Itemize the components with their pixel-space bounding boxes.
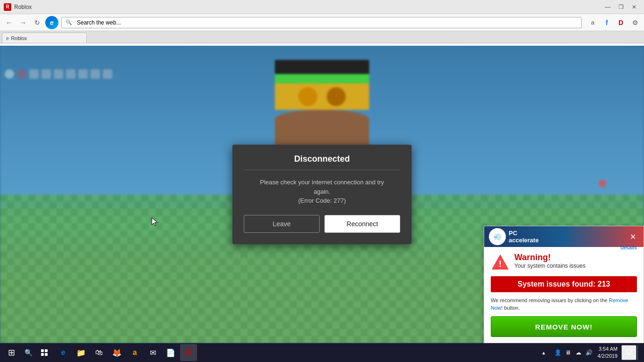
back-button[interactable]: ← xyxy=(3,16,15,29)
svg-rect-3 xyxy=(45,349,48,352)
maximize-button[interactable]: ❐ xyxy=(615,2,627,12)
d-toolbar-icon[interactable]: D xyxy=(615,16,627,29)
popup-content: ! Warning! Your system contains issues d… xyxy=(484,247,644,343)
address-bar[interactable]: 🔍 xyxy=(61,17,582,28)
modal-buttons: Leave Reconnect xyxy=(244,215,400,233)
reconnect-button[interactable]: Reconnect xyxy=(324,215,400,233)
taskbar-explorer-icon[interactable]: 📁 xyxy=(73,344,90,361)
tray-network-icon[interactable]: 🖥 xyxy=(563,348,573,357)
window-title: Roblox xyxy=(14,4,602,10)
taskbar-mail-icon[interactable]: ✉ xyxy=(144,344,161,361)
system-tray: ▲ 👤 🖥 ☁ 🔊 3:54 AM 4/2/2019 🗨 xyxy=(535,344,642,361)
ie-logo-icon: e xyxy=(45,16,58,29)
system-clock[interactable]: 3:54 AM 4/2/2019 xyxy=(594,346,620,360)
facebook-toolbar-icon[interactable]: f xyxy=(601,16,613,29)
modal-body-line3: (Error Code: 277) xyxy=(298,197,346,204)
popup-warning-row: ! Warning! Your system contains issues d… xyxy=(491,253,637,272)
browser-chrome: R Roblox — ❐ ✕ ← → ↻ e 🔍 a f D ⚙ xyxy=(0,0,644,43)
pc-accelerate-popup: 💨 PC accelerate ✕ ! Warning! Your system… xyxy=(484,226,644,343)
tray-volume-icon[interactable]: 🔊 xyxy=(584,348,594,357)
taskbar-amazon-icon[interactable]: a xyxy=(126,344,143,361)
address-input[interactable] xyxy=(77,19,578,26)
task-view-button[interactable] xyxy=(36,344,53,361)
modal-body-line2: again. xyxy=(314,188,330,195)
show-desktop-button[interactable] xyxy=(637,345,640,360)
close-button[interactable]: ✕ xyxy=(628,2,640,12)
disconnected-modal: Disconnected Please check your internet … xyxy=(232,145,412,244)
popup-logo: 💨 PC accelerate xyxy=(489,228,539,245)
modal-body: Please check your internet connection an… xyxy=(244,178,400,206)
popup-logo-text: PC accelerate xyxy=(509,230,539,244)
recommend-text: We recommend removing issues by clicking… xyxy=(491,297,637,312)
tab-bar: e Roblox xyxy=(0,31,644,43)
tray-cloud-icon[interactable]: ☁ xyxy=(574,348,583,357)
amazon-toolbar-icon[interactable]: a xyxy=(586,16,599,29)
taskbar-search-button[interactable]: 🔍 xyxy=(21,345,36,360)
taskbar-app1-icon[interactable]: 📄 xyxy=(162,344,179,361)
refresh-button[interactable]: ↻ xyxy=(31,16,43,29)
start-button[interactable]: ⊞ xyxy=(2,344,21,361)
roblox-icon: R xyxy=(4,3,11,11)
minimize-button[interactable]: — xyxy=(602,2,614,12)
svg-rect-5 xyxy=(45,353,48,356)
popup-logo-icon: 💨 xyxy=(489,228,506,245)
window-controls: — ❐ ✕ xyxy=(602,2,640,12)
taskbar-pinned-icons: e 📁 🛍 🦊 a ✉ 📄 R xyxy=(55,344,197,361)
toolbar-icons: a f D ⚙ xyxy=(586,16,641,29)
warning-subtitle: Your system contains issues xyxy=(514,263,616,269)
browser-tab-1[interactable]: e Roblox xyxy=(2,33,87,43)
warning-triangle-icon: ! xyxy=(491,253,510,272)
tray-people-icon[interactable]: 👤 xyxy=(553,348,562,357)
taskbar-firefox-icon[interactable]: 🦊 xyxy=(108,344,125,361)
svg-rect-4 xyxy=(41,353,44,356)
svg-rect-2 xyxy=(41,349,44,352)
taskbar: ⊞ 🔍 e 📁 🛍 🦊 a ✉ 📄 R ▲ 👤 xyxy=(0,343,644,362)
tray-overflow-button[interactable]: ▲ xyxy=(535,344,552,361)
details-link[interactable]: details xyxy=(620,244,637,251)
issues-bar: System issues found: 213 xyxy=(491,276,637,292)
menu-button[interactable]: ⚙ xyxy=(629,16,641,29)
notification-center-button[interactable]: 🗨 xyxy=(621,345,636,360)
nav-bar: ← → ↻ e 🔍 a f D ⚙ xyxy=(0,14,644,31)
search-icon: 🔍 xyxy=(66,19,72,25)
popup-header: 💨 PC accelerate ✕ xyxy=(484,226,644,247)
leave-button[interactable]: Leave xyxy=(244,215,320,233)
svg-text:!: ! xyxy=(499,259,502,269)
modal-body-line1: Please check your internet connection an… xyxy=(260,179,384,186)
taskbar-roblox-icon[interactable]: R xyxy=(180,344,197,361)
modal-title: Disconnected xyxy=(244,154,400,170)
remove-now-button[interactable]: REMOVE NOW! xyxy=(491,316,637,337)
warning-title: Warning! xyxy=(514,253,616,263)
taskbar-store-icon[interactable]: 🛍 xyxy=(91,344,107,361)
popup-close-button[interactable]: ✕ xyxy=(627,231,639,242)
warning-text-block: Warning! Your system contains issues xyxy=(514,253,616,269)
title-bar: R Roblox — ❐ ✕ xyxy=(0,0,644,14)
forward-button[interactable]: → xyxy=(17,16,29,29)
taskbar-edge-icon[interactable]: e xyxy=(55,344,72,361)
